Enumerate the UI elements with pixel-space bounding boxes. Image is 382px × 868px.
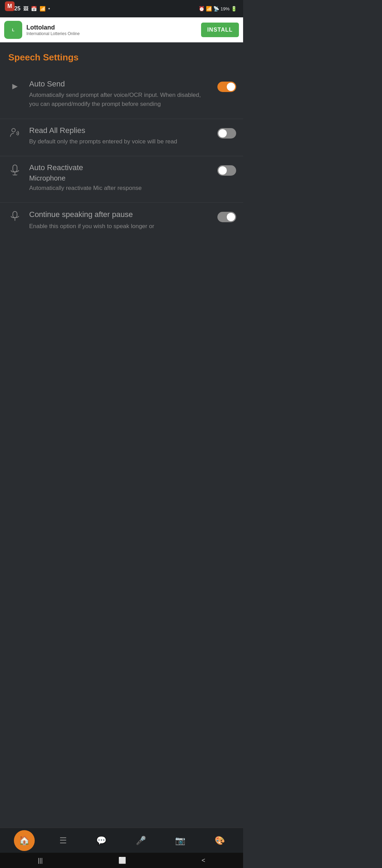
ad-logo: L (4, 21, 22, 39)
read-all-replies-icon-col (7, 126, 23, 140)
continue-speaking-toggle[interactable] (217, 212, 236, 222)
auto-reactivate-section-title: Auto Reactivate (29, 163, 211, 172)
continue-speaking-toggle-col[interactable] (217, 210, 236, 222)
read-all-replies-toggle-col[interactable] (217, 126, 236, 139)
continue-speaking-text: Continue speaking after pause Enable thi… (29, 210, 211, 231)
continue-speaking-title: Continue speaking after pause (29, 210, 211, 220)
continue-speaking-setting: Continue speaking after pause Enable thi… (0, 203, 243, 231)
read-all-replies-desc: By default only the prompts entered by v… (29, 137, 211, 146)
dot-indicator: • (48, 6, 50, 11)
ad-install-button[interactable]: INSTALL (201, 23, 239, 37)
auto-send-toggle-col[interactable] (217, 80, 236, 92)
auto-reactivate-text: Auto Reactivate Microphone Automatically… (29, 163, 211, 193)
person-speaking-icon (10, 127, 20, 140)
wifi-icon: 📶 (206, 6, 212, 11)
auto-send-setting: ► Auto Send Automatically send prompt af… (0, 73, 243, 119)
ad-banner[interactable]: L Lottoland International Lotteries Onli… (0, 17, 243, 42)
microphone-icon (10, 165, 20, 179)
continue-speaking-desc: Enable this option if you wish to speak … (29, 222, 211, 231)
continue-speaking-icon-col (7, 210, 23, 224)
microphone-wave-icon (10, 211, 20, 224)
main-content: Speech Settings ► Auto Send Automaticall… (0, 42, 243, 231)
svg-rect-6 (13, 211, 17, 218)
status-bar: 20:25 🖼 📅 📶 • ⏰ 📶 📡 19% 🔋 (0, 0, 243, 17)
read-all-replies-toggle[interactable] (217, 128, 236, 139)
data-icon: 📶 (40, 6, 45, 11)
page-title: Speech Settings (0, 52, 243, 73)
ad-subtitle: International Lotteries Online (26, 31, 197, 36)
auto-send-icon-col: ► (7, 80, 23, 92)
signal-icon: 📡 (213, 6, 219, 11)
image-icon: 🖼 (23, 6, 28, 11)
auto-send-title: Auto Send (29, 80, 211, 89)
auto-reactivate-sub-title: Microphone (29, 174, 211, 182)
app-icon: M (5, 1, 15, 11)
battery-display: 19% (221, 6, 230, 11)
calendar-icon: 📅 (31, 6, 37, 11)
auto-send-toggle[interactable] (217, 82, 236, 92)
ad-text-block: Lottoland International Lotteries Online (26, 24, 197, 36)
auto-send-text: Auto Send Automatically send prompt afte… (29, 80, 211, 109)
read-all-replies-setting: Read All Replies By default only the pro… (0, 119, 243, 156)
ad-title: Lottoland (26, 24, 197, 31)
ad-logo-text: L (12, 28, 15, 32)
read-all-replies-title: Read All Replies (29, 126, 211, 135)
battery-icon: 🔋 (231, 6, 237, 11)
auto-reactivate-setting: Auto Reactivate Microphone Automatically… (0, 156, 243, 203)
auto-send-desc: Automatically send prompt after voice/OC… (29, 91, 211, 109)
read-all-replies-text: Read All Replies By default only the pro… (29, 126, 211, 146)
svg-point-0 (12, 128, 15, 132)
send-icon: ► (10, 81, 19, 92)
auto-reactivate-toggle[interactable] (217, 165, 236, 176)
auto-reactivate-icon-col (7, 163, 23, 179)
continue-speaking-toggle-wrap (217, 212, 236, 222)
auto-reactivate-desc: Automatically reactivate Mic after respo… (29, 184, 211, 193)
auto-reactivate-toggle-col[interactable] (217, 163, 236, 176)
status-bar-right: ⏰ 📶 📡 19% 🔋 (199, 6, 237, 11)
alarm-icon: ⏰ (199, 6, 205, 11)
svg-rect-1 (13, 165, 17, 172)
